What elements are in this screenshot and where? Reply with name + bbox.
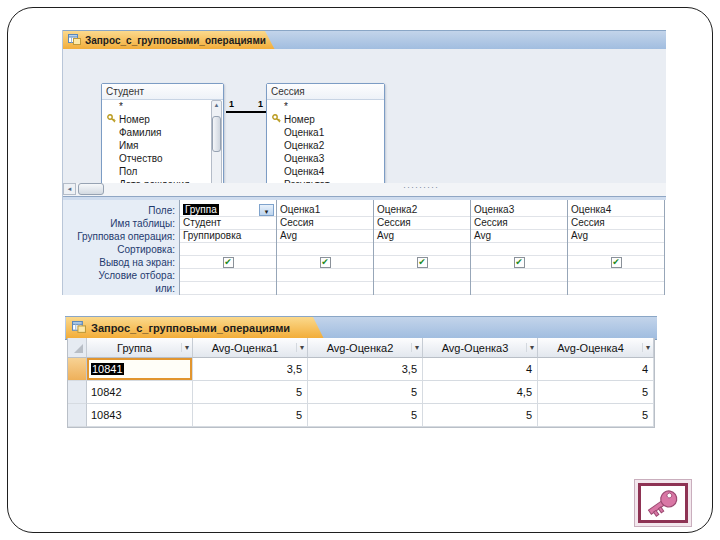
criteria-cell[interactable] (277, 269, 373, 282)
scroll-thumb[interactable] (212, 116, 221, 152)
pane-horizontal-scrollbar[interactable]: ◄ ········· (63, 183, 666, 196)
table-cell[interactable]: Сессия (374, 217, 470, 230)
total-cell[interactable]: Группировка (180, 230, 276, 243)
field-item[interactable]: Номер (271, 113, 384, 126)
show-checkbox[interactable]: ✔ (320, 257, 331, 268)
field-item[interactable]: Имя (106, 139, 223, 152)
table-cell[interactable]: Студент (180, 217, 276, 230)
column-header-gruppa[interactable]: Группа▾ (87, 338, 193, 358)
field-cell[interactable]: Группа ▾ (180, 204, 276, 217)
sort-cell[interactable] (471, 243, 567, 256)
sort-filter-dropdown-icon[interactable]: ▾ (642, 343, 650, 352)
grid-columns: Группа ▾ Студент Группировка ✔ Оценка1 С… (179, 200, 666, 295)
column-header-avg4[interactable]: Avg-Оценка4▾ (538, 338, 654, 358)
sort-cell[interactable] (277, 243, 373, 256)
relationship-line[interactable] (226, 111, 266, 113)
table-cell[interactable]: 5 (308, 381, 423, 404)
sort-cell[interactable] (180, 243, 276, 256)
field-item[interactable]: Фамилия (106, 126, 223, 139)
select-all-cell[interactable] (68, 338, 87, 358)
tab-query-datasheet[interactable]: Запрос_с_групповыми_операциями (66, 317, 324, 339)
table-cell[interactable]: 5 (193, 404, 308, 427)
criteria-cell[interactable] (568, 269, 664, 282)
show-cell[interactable]: ✔ (471, 256, 567, 269)
criteria-cell[interactable] (374, 269, 470, 282)
field-item[interactable]: Номер (106, 113, 223, 126)
sort-filter-dropdown-icon[interactable]: ▾ (181, 343, 189, 352)
column-header-avg1[interactable]: Avg-Оценка1▾ (193, 338, 308, 358)
show-cell[interactable]: ✔ (568, 256, 664, 269)
or-cell[interactable] (374, 282, 470, 295)
sort-cell[interactable] (374, 243, 470, 256)
criteria-cell[interactable] (180, 269, 276, 282)
field-item[interactable]: Оценка3 (271, 152, 384, 165)
or-cell[interactable] (180, 282, 276, 295)
sort-filter-dropdown-icon[interactable]: ▾ (411, 343, 419, 352)
field-cell[interactable]: Оценка2 (374, 204, 470, 217)
field-list-student[interactable]: Студент * Номер Фамилия Имя Отчество Пол… (101, 83, 224, 193)
table-cell[interactable]: 5 (193, 381, 308, 404)
show-cell[interactable]: ✔ (180, 256, 276, 269)
grid-column-ocenka1[interactable]: Оценка1 Сессия Avg ✔ (277, 200, 374, 295)
scroll-up-icon[interactable]: ▲ (214, 101, 220, 110)
or-cell[interactable] (471, 282, 567, 295)
table-cell[interactable]: 4 (538, 358, 654, 381)
table-cell[interactable]: Сессия (471, 217, 567, 230)
sort-filter-dropdown-icon[interactable]: ▾ (526, 343, 534, 352)
field-list-scrollbar[interactable]: ▲ (211, 100, 222, 191)
table-cell[interactable]: 10843 (87, 404, 193, 427)
show-checkbox[interactable]: ✔ (223, 257, 234, 268)
grid-column-ocenka3[interactable]: Оценка3 Сессия Avg ✔ (471, 200, 568, 295)
table-cell[interactable]: 10842 (87, 381, 193, 404)
show-checkbox[interactable]: ✔ (514, 257, 525, 268)
show-cell[interactable]: ✔ (277, 256, 373, 269)
or-cell[interactable] (568, 282, 664, 295)
field-item[interactable]: Оценка4 (271, 165, 384, 178)
table-cell[interactable]: 5 (308, 404, 423, 427)
row-selector[interactable] (68, 404, 87, 427)
field-item[interactable]: * (106, 100, 223, 113)
grid-column-ocenka2[interactable]: Оценка2 Сессия Avg ✔ (374, 200, 471, 295)
field-cell[interactable]: Оценка4 (568, 204, 664, 217)
total-cell[interactable]: Avg (277, 230, 373, 243)
field-cell[interactable]: Оценка3 (471, 204, 567, 217)
sort-cell[interactable] (568, 243, 664, 256)
grid-column-gruppa[interactable]: Группа ▾ Студент Группировка ✔ (180, 200, 277, 295)
row-selector[interactable] (68, 358, 87, 381)
field-cell[interactable]: Оценка1 (277, 204, 373, 217)
show-checkbox[interactable]: ✔ (417, 257, 428, 268)
table-cell[interactable]: 5 (538, 404, 654, 427)
scroll-left-icon[interactable]: ◄ (63, 183, 76, 195)
table-cell[interactable]: 3,5 (308, 358, 423, 381)
column-header-avg2[interactable]: Avg-Оценка2▾ (308, 338, 423, 358)
table-cell[interactable]: 5 (423, 404, 538, 427)
table-cell[interactable]: 4,5 (423, 381, 538, 404)
tab-query-design[interactable]: Запрос_с_групповыми_операциями (63, 31, 275, 50)
table-cell[interactable]: 3,5 (193, 358, 308, 381)
field-item[interactable]: Оценка1 (271, 126, 384, 139)
show-cell[interactable]: ✔ (374, 256, 470, 269)
grid-column-ocenka4[interactable]: Оценка4 Сессия Avg ✔ (568, 200, 665, 295)
total-cell[interactable]: Avg (568, 230, 664, 243)
sort-filter-dropdown-icon[interactable]: ▾ (296, 343, 304, 352)
table-cell[interactable]: 5 (538, 381, 654, 404)
field-list-session[interactable]: Сессия * Номер Оценка1 Оценка2 Оценка3 О… (266, 83, 385, 193)
scroll-thumb[interactable] (78, 183, 104, 195)
field-item[interactable]: Оценка2 (271, 139, 384, 152)
show-checkbox[interactable]: ✔ (611, 257, 622, 268)
table-cell-current[interactable]: 10841 (87, 358, 193, 381)
field-item[interactable]: * (271, 100, 384, 113)
field-item[interactable]: Пол (106, 165, 223, 178)
or-cell[interactable] (277, 282, 373, 295)
field-combo-button[interactable]: ▾ (259, 204, 274, 216)
total-cell[interactable]: Avg (374, 230, 470, 243)
table-cell[interactable]: 4 (423, 358, 538, 381)
column-header-avg3[interactable]: Avg-Оценка3▾ (423, 338, 538, 358)
row-selector[interactable] (68, 381, 87, 404)
field-item[interactable]: Отчество (106, 152, 223, 165)
criteria-cell[interactable] (471, 269, 567, 282)
table-cell[interactable]: Сессия (277, 217, 373, 230)
table-cell[interactable]: Сессия (568, 217, 664, 230)
total-cell[interactable]: Avg (471, 230, 567, 243)
pane-splitter-handle[interactable]: ········· (403, 182, 439, 192)
